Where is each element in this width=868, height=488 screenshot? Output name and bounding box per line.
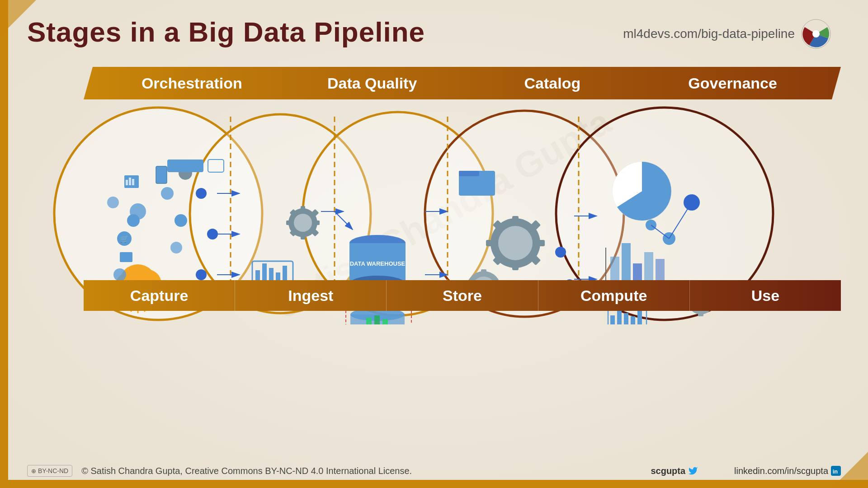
banner-catalog: Catalog <box>462 75 643 92</box>
svg-rect-82 <box>512 216 519 226</box>
svg-point-40 <box>196 269 207 280</box>
svg-point-34 <box>161 187 174 200</box>
gold-border-left <box>0 0 8 488</box>
svg-text:DATA WAREHOUSE: DATA WAREHOUSE <box>350 260 406 267</box>
svg-rect-75 <box>382 319 388 324</box>
top-banner: Orchestration Data Quality Catalog Gover… <box>84 67 841 99</box>
label-store: Store <box>387 280 538 311</box>
svg-point-33 <box>130 203 146 220</box>
label-use: Use <box>690 280 841 311</box>
svg-rect-120 <box>637 311 642 324</box>
svg-rect-74 <box>374 315 380 324</box>
svg-point-3 <box>812 30 820 38</box>
logo-icon <box>800 18 832 50</box>
svg-rect-83 <box>512 260 519 270</box>
svg-point-38 <box>196 188 207 199</box>
linkedin-handle: linkedin.com/in/scgupta in <box>734 466 841 476</box>
svg-rect-118 <box>624 313 628 324</box>
label-ingest: Ingest <box>235 280 387 311</box>
svg-rect-25 <box>129 178 131 185</box>
svg-point-55 <box>294 214 312 232</box>
banner-items: Orchestration Data Quality Catalog Gover… <box>84 75 841 92</box>
cc-badge: ⊕ BY-NC-ND <box>27 465 72 477</box>
svg-rect-85 <box>535 240 545 246</box>
svg-point-37 <box>113 268 126 281</box>
svg-point-39 <box>207 229 218 239</box>
svg-rect-73 <box>366 318 372 324</box>
cc-icon: ⊕ <box>31 468 36 474</box>
svg-rect-58 <box>286 221 293 225</box>
cc-text: BY-NC-ND <box>38 467 68 474</box>
svg-rect-84 <box>486 240 496 246</box>
footer: ⊕ BY-NC-ND © Satish Chandra Gupta, Creat… <box>27 465 841 477</box>
svg-rect-22 <box>156 166 167 183</box>
svg-rect-119 <box>631 316 635 324</box>
svg-rect-32 <box>120 252 132 262</box>
url-area: ml4devs.com/big-data-pipeline <box>623 18 832 50</box>
twitter-icon <box>688 466 698 476</box>
svg-rect-117 <box>617 310 622 324</box>
banner-orchestration: Orchestration <box>102 75 282 92</box>
label-capture: Capture <box>84 280 235 311</box>
svg-point-81 <box>498 226 533 260</box>
svg-rect-57 <box>301 232 305 239</box>
svg-rect-92 <box>481 269 486 277</box>
svg-point-35 <box>107 197 119 208</box>
svg-rect-24 <box>126 180 128 185</box>
page-title: Stages in a Big Data Pipeline <box>27 16 425 48</box>
svg-rect-125 <box>698 311 703 316</box>
url-text: ml4devs.com/big-data-pipeline <box>623 27 795 41</box>
main-container: Stages in a Big Data Pipeline ml4devs.co… <box>0 0 868 488</box>
linkedin-icon: in <box>831 466 841 476</box>
label-compute: Compute <box>538 280 690 311</box>
svg-rect-41 <box>167 160 203 172</box>
svg-point-36 <box>170 242 182 253</box>
banner-data-quality: Data Quality <box>282 75 462 92</box>
svg-rect-59 <box>312 221 320 225</box>
svg-rect-26 <box>132 179 134 185</box>
twitter-handle: scgupta <box>651 466 698 476</box>
svg-rect-116 <box>610 315 615 324</box>
license-text: © Satish Chandra Gupta, Creative Commons… <box>81 466 642 476</box>
svg-point-29 <box>175 214 187 227</box>
svg-point-98 <box>555 247 566 258</box>
svg-text:in: in <box>833 468 838 475</box>
gold-border-bottom <box>0 480 868 488</box>
svg-rect-97 <box>459 171 479 176</box>
bottom-bar: Capture Ingest Store Compute Use <box>84 280 841 311</box>
banner-governance: Governance <box>642 75 823 92</box>
svg-text:🛒: 🛒 <box>120 235 129 243</box>
svg-rect-56 <box>301 206 305 213</box>
